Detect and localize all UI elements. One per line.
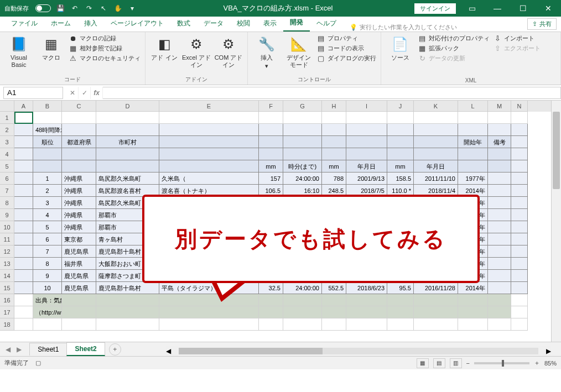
cell[interactable]: 7 xyxy=(33,245,62,258)
cell[interactable]: 年月日 xyxy=(346,160,387,173)
cell[interactable] xyxy=(414,124,458,136)
cell[interactable] xyxy=(283,294,322,306)
cell[interactable] xyxy=(283,306,322,318)
cell[interactable]: 2 xyxy=(33,185,62,197)
xml-source-button[interactable]: 📄ソース xyxy=(386,34,414,61)
ribbon-options-icon[interactable]: ▭ xyxy=(459,0,485,17)
undo-icon[interactable]: ↶ xyxy=(70,3,80,13)
cell[interactable] xyxy=(14,209,33,221)
cell[interactable] xyxy=(387,318,414,331)
cell[interactable] xyxy=(488,160,511,173)
cell[interactable]: 48時間降水量の日最大値（5mm以上の xyxy=(33,124,62,136)
cell[interactable] xyxy=(488,318,511,331)
visual-basic-button[interactable]: 📘Visual Basic xyxy=(4,34,33,69)
cell[interactable] xyxy=(511,197,528,209)
cell[interactable] xyxy=(511,112,528,124)
cell[interactable] xyxy=(488,270,511,282)
cell[interactable] xyxy=(458,294,488,306)
cell[interactable] xyxy=(14,318,33,331)
cell[interactable]: 市町村 xyxy=(96,136,159,148)
tab-help[interactable]: ヘルプ xyxy=(310,15,343,32)
cell[interactable] xyxy=(346,318,387,331)
cell[interactable]: mm xyxy=(322,160,346,173)
excel-addins-button[interactable]: ⚙Excel アドイン xyxy=(182,34,211,69)
cell[interactable] xyxy=(488,209,511,221)
qat-customize-icon[interactable]: ▾ xyxy=(127,3,137,13)
cell[interactable] xyxy=(511,124,528,136)
cell[interactable]: 157 xyxy=(259,173,283,185)
cell[interactable] xyxy=(96,112,159,124)
cell[interactable] xyxy=(14,221,33,233)
autosave-toggle[interactable] xyxy=(35,4,51,12)
cell[interactable]: 5 xyxy=(33,221,62,233)
relative-reference-button[interactable]: ▦相対参照で記録 xyxy=(69,44,141,53)
cell[interactable]: 24:00:00 xyxy=(283,173,322,185)
cell[interactable]: 2014年 xyxy=(458,282,488,294)
cell[interactable] xyxy=(488,294,511,306)
cell[interactable]: 6 xyxy=(33,233,62,245)
cell[interactable] xyxy=(387,112,414,124)
cell[interactable]: 沖縄県 xyxy=(62,185,96,197)
row-headers[interactable]: 123456789101112131415161718 xyxy=(0,112,14,331)
cell[interactable] xyxy=(96,124,159,136)
refresh-data-button[interactable]: ↻データの更新 xyxy=(418,54,490,62)
cell[interactable] xyxy=(488,185,511,197)
cell[interactable]: 年月日 xyxy=(414,160,458,173)
cell[interactable] xyxy=(346,124,387,136)
export-button[interactable]: ⇧エクスポート xyxy=(493,44,541,53)
cell[interactable] xyxy=(259,136,283,148)
cell[interactable] xyxy=(387,294,414,306)
cell[interactable] xyxy=(346,136,387,148)
cell[interactable] xyxy=(14,258,33,270)
cell[interactable] xyxy=(488,124,511,136)
cell[interactable] xyxy=(511,258,528,270)
cell[interactable] xyxy=(259,148,283,160)
cell[interactable] xyxy=(159,160,259,173)
cell[interactable] xyxy=(414,306,458,318)
cell[interactable] xyxy=(387,124,414,136)
cell[interactable] xyxy=(458,306,488,318)
cell[interactable]: 1 xyxy=(33,173,62,185)
signin-button[interactable]: サインイン xyxy=(414,3,456,14)
cell[interactable] xyxy=(62,124,96,136)
cell[interactable] xyxy=(14,233,33,245)
cell[interactable] xyxy=(259,294,283,306)
cell[interactable] xyxy=(62,112,96,124)
cell[interactable] xyxy=(14,294,33,306)
cell[interactable]: 552.5 xyxy=(322,282,346,294)
addins-button[interactable]: ◧アド イン xyxy=(150,34,179,61)
design-mode-button[interactable]: 📐デザイン モード xyxy=(284,34,313,69)
maximize-button[interactable]: ☐ xyxy=(510,0,536,17)
insert-function-button[interactable]: fx xyxy=(91,87,103,99)
cell[interactable]: mm xyxy=(387,160,414,173)
cell[interactable] xyxy=(62,148,96,160)
cell[interactable] xyxy=(14,124,33,136)
macro-record-status-icon[interactable]: ▢ xyxy=(35,359,41,367)
touch-icon[interactable]: ✋ xyxy=(113,3,123,13)
cell[interactable]: 順位 xyxy=(33,136,62,148)
cell[interactable] xyxy=(414,148,458,160)
cell[interactable] xyxy=(458,160,488,173)
cell[interactable] xyxy=(488,173,511,185)
cell[interactable] xyxy=(414,136,458,148)
cell[interactable] xyxy=(346,148,387,160)
cell[interactable] xyxy=(322,318,346,331)
cell[interactable] xyxy=(159,148,259,160)
cell[interactable] xyxy=(96,160,159,173)
cell[interactable]: 沖縄県 xyxy=(62,221,96,233)
cell[interactable]: 時分(まで) xyxy=(283,160,322,173)
cell[interactable] xyxy=(346,112,387,124)
cell[interactable] xyxy=(511,306,528,318)
pointer-icon[interactable]: ↖ xyxy=(98,3,108,13)
cell[interactable]: mm xyxy=(259,160,283,173)
insert-control-button[interactable]: 🔧挿入▾ xyxy=(252,34,281,70)
tab-pagelayout[interactable]: ページレイアウト xyxy=(104,15,170,32)
cell[interactable] xyxy=(458,148,488,160)
zoom-in-button[interactable]: ＋ xyxy=(534,359,540,367)
redo-icon[interactable]: ↷ xyxy=(84,3,94,13)
cell[interactable] xyxy=(488,282,511,294)
cell[interactable]: 2001/9/13 xyxy=(346,173,387,185)
cell[interactable] xyxy=(159,112,259,124)
cell[interactable]: 2011/11/10 xyxy=(414,173,458,185)
cell[interactable] xyxy=(62,160,96,173)
